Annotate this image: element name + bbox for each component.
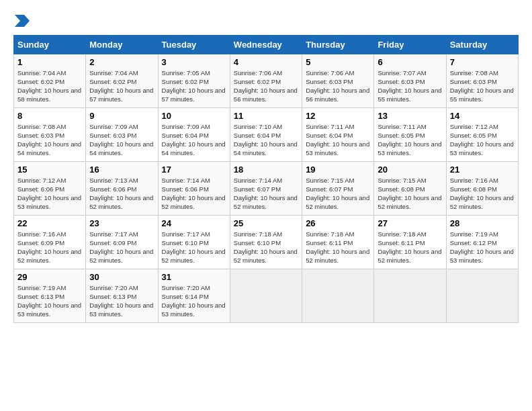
calendar-cell xyxy=(302,269,374,322)
day-detail: Sunrise: 7:16 AMSunset: 6:08 PMDaylight:… xyxy=(450,176,515,212)
calendar-cell: 13 Sunrise: 7:11 AMSunset: 6:05 PMDaylig… xyxy=(374,107,446,161)
day-detail: Sunrise: 7:19 AMSunset: 6:12 PMDaylight:… xyxy=(450,230,515,265)
calendar-cell: 19 Sunrise: 7:15 AMSunset: 6:07 PMDaylig… xyxy=(302,161,374,215)
day-detail: Sunrise: 7:10 AMSunset: 6:04 PMDaylight:… xyxy=(234,122,298,158)
day-detail: Sunrise: 7:07 AMSunset: 6:03 PMDaylight:… xyxy=(378,68,442,104)
calendar-cell: 17 Sunrise: 7:14 AMSunset: 6:06 PMDaylig… xyxy=(158,161,230,215)
day-detail: Sunrise: 7:18 AMSunset: 6:11 PMDaylight:… xyxy=(378,230,442,265)
day-detail: Sunrise: 7:20 AMSunset: 6:14 PMDaylight:… xyxy=(162,283,226,319)
calendar-cell xyxy=(374,269,446,322)
day-number: 29 xyxy=(17,272,82,282)
calendar-cell: 12 Sunrise: 7:11 AMSunset: 6:04 PMDaylig… xyxy=(302,107,374,161)
logo-arrow-icon xyxy=(15,15,30,27)
header-sunday: Sunday xyxy=(14,35,86,54)
day-number: 23 xyxy=(89,218,154,228)
calendar-cell: 8 Sunrise: 7:08 AMSunset: 6:03 PMDayligh… xyxy=(14,107,86,161)
day-number: 13 xyxy=(378,111,442,121)
day-detail: Sunrise: 7:13 AMSunset: 6:06 PMDaylight:… xyxy=(89,176,154,212)
calendar-cell: 15 Sunrise: 7:12 AMSunset: 6:06 PMDaylig… xyxy=(14,161,86,215)
day-number: 17 xyxy=(162,165,226,175)
calendar-cell: 4 Sunrise: 7:06 AMSunset: 6:02 PMDayligh… xyxy=(230,54,302,107)
day-number: 25 xyxy=(234,218,298,228)
calendar-cell: 14 Sunrise: 7:12 AMSunset: 6:05 PMDaylig… xyxy=(446,107,518,161)
day-detail: Sunrise: 7:06 AMSunset: 6:03 PMDaylight:… xyxy=(306,68,370,104)
logo xyxy=(13,13,30,28)
calendar-cell: 31 Sunrise: 7:20 AMSunset: 6:14 PMDaylig… xyxy=(158,269,230,322)
day-detail: Sunrise: 7:17 AMSunset: 6:09 PMDaylight:… xyxy=(89,230,154,265)
calendar-cell: 22 Sunrise: 7:16 AMSunset: 6:09 PMDaylig… xyxy=(14,215,86,269)
calendar-table: SundayMondayTuesdayWednesdayThursdayFrid… xyxy=(13,35,519,323)
day-detail: Sunrise: 7:11 AMSunset: 6:05 PMDaylight:… xyxy=(378,122,442,158)
day-detail: Sunrise: 7:08 AMSunset: 6:03 PMDaylight:… xyxy=(17,122,82,158)
day-detail: Sunrise: 7:09 AMSunset: 6:03 PMDaylight:… xyxy=(89,122,154,158)
calendar-cell xyxy=(446,269,518,322)
day-detail: Sunrise: 7:09 AMSunset: 6:04 PMDaylight:… xyxy=(162,122,226,158)
calendar-cell: 16 Sunrise: 7:13 AMSunset: 6:06 PMDaylig… xyxy=(86,161,158,215)
page-header xyxy=(13,13,519,28)
calendar-week-row: 29 Sunrise: 7:19 AMSunset: 6:13 PMDaylig… xyxy=(14,269,519,322)
calendar-cell: 29 Sunrise: 7:19 AMSunset: 6:13 PMDaylig… xyxy=(14,269,86,322)
calendar-week-row: 22 Sunrise: 7:16 AMSunset: 6:09 PMDaylig… xyxy=(14,215,519,269)
calendar-week-row: 1 Sunrise: 7:04 AMSunset: 6:02 PMDayligh… xyxy=(14,54,519,107)
day-detail: Sunrise: 7:14 AMSunset: 6:07 PMDaylight:… xyxy=(234,176,298,212)
calendar-cell: 23 Sunrise: 7:17 AMSunset: 6:09 PMDaylig… xyxy=(86,215,158,269)
day-number: 6 xyxy=(378,57,442,67)
day-number: 21 xyxy=(450,165,515,175)
calendar-cell: 20 Sunrise: 7:15 AMSunset: 6:08 PMDaylig… xyxy=(374,161,446,215)
day-number: 1 xyxy=(17,57,82,67)
day-number: 5 xyxy=(306,57,370,67)
logo-text xyxy=(13,13,30,28)
day-detail: Sunrise: 7:11 AMSunset: 6:04 PMDaylight:… xyxy=(306,122,370,158)
day-detail: Sunrise: 7:18 AMSunset: 6:10 PMDaylight:… xyxy=(234,230,298,265)
day-number: 8 xyxy=(17,111,82,121)
calendar-cell: 30 Sunrise: 7:20 AMSunset: 6:13 PMDaylig… xyxy=(86,269,158,322)
calendar-cell: 27 Sunrise: 7:18 AMSunset: 6:11 PMDaylig… xyxy=(374,215,446,269)
calendar-cell: 6 Sunrise: 7:07 AMSunset: 6:03 PMDayligh… xyxy=(374,54,446,107)
calendar-cell: 28 Sunrise: 7:19 AMSunset: 6:12 PMDaylig… xyxy=(446,215,518,269)
day-number: 18 xyxy=(234,165,298,175)
day-number: 31 xyxy=(162,272,226,282)
day-number: 11 xyxy=(234,111,298,121)
header-tuesday: Tuesday xyxy=(158,35,230,54)
calendar-cell: 25 Sunrise: 7:18 AMSunset: 6:10 PMDaylig… xyxy=(230,215,302,269)
calendar-cell: 9 Sunrise: 7:09 AMSunset: 6:03 PMDayligh… xyxy=(86,107,158,161)
day-number: 9 xyxy=(89,111,154,121)
day-detail: Sunrise: 7:19 AMSunset: 6:13 PMDaylight:… xyxy=(17,283,82,319)
calendar-cell: 5 Sunrise: 7:06 AMSunset: 6:03 PMDayligh… xyxy=(302,54,374,107)
calendar-cell: 26 Sunrise: 7:18 AMSunset: 6:11 PMDaylig… xyxy=(302,215,374,269)
svg-marker-0 xyxy=(15,15,30,27)
day-number: 27 xyxy=(378,218,442,228)
day-number: 28 xyxy=(450,218,515,228)
day-number: 7 xyxy=(450,57,515,67)
day-number: 20 xyxy=(378,165,442,175)
day-detail: Sunrise: 7:06 AMSunset: 6:02 PMDaylight:… xyxy=(234,68,298,104)
calendar-cell: 1 Sunrise: 7:04 AMSunset: 6:02 PMDayligh… xyxy=(14,54,86,107)
day-detail: Sunrise: 7:08 AMSunset: 6:03 PMDaylight:… xyxy=(450,68,515,104)
calendar-cell xyxy=(230,269,302,322)
day-number: 2 xyxy=(89,57,154,67)
calendar-week-row: 15 Sunrise: 7:12 AMSunset: 6:06 PMDaylig… xyxy=(14,161,519,215)
day-number: 30 xyxy=(89,272,154,282)
header-friday: Friday xyxy=(374,35,446,54)
day-number: 26 xyxy=(306,218,370,228)
day-number: 15 xyxy=(17,165,82,175)
header-wednesday: Wednesday xyxy=(230,35,302,54)
day-detail: Sunrise: 7:04 AMSunset: 6:02 PMDaylight:… xyxy=(17,68,82,104)
calendar-header-row: SundayMondayTuesdayWednesdayThursdayFrid… xyxy=(14,35,519,54)
header-monday: Monday xyxy=(86,35,158,54)
calendar-cell: 18 Sunrise: 7:14 AMSunset: 6:07 PMDaylig… xyxy=(230,161,302,215)
day-detail: Sunrise: 7:15 AMSunset: 6:07 PMDaylight:… xyxy=(306,176,370,212)
day-detail: Sunrise: 7:12 AMSunset: 6:05 PMDaylight:… xyxy=(450,122,515,158)
day-detail: Sunrise: 7:17 AMSunset: 6:10 PMDaylight:… xyxy=(162,230,226,265)
calendar-cell: 24 Sunrise: 7:17 AMSunset: 6:10 PMDaylig… xyxy=(158,215,230,269)
day-number: 14 xyxy=(450,111,515,121)
day-number: 19 xyxy=(306,165,370,175)
calendar-cell: 11 Sunrise: 7:10 AMSunset: 6:04 PMDaylig… xyxy=(230,107,302,161)
day-number: 4 xyxy=(234,57,298,67)
day-number: 24 xyxy=(162,218,226,228)
header-thursday: Thursday xyxy=(302,35,374,54)
calendar-week-row: 8 Sunrise: 7:08 AMSunset: 6:03 PMDayligh… xyxy=(14,107,519,161)
day-detail: Sunrise: 7:04 AMSunset: 6:02 PMDaylight:… xyxy=(89,68,154,104)
day-detail: Sunrise: 7:15 AMSunset: 6:08 PMDaylight:… xyxy=(378,176,442,212)
header-saturday: Saturday xyxy=(446,35,518,54)
